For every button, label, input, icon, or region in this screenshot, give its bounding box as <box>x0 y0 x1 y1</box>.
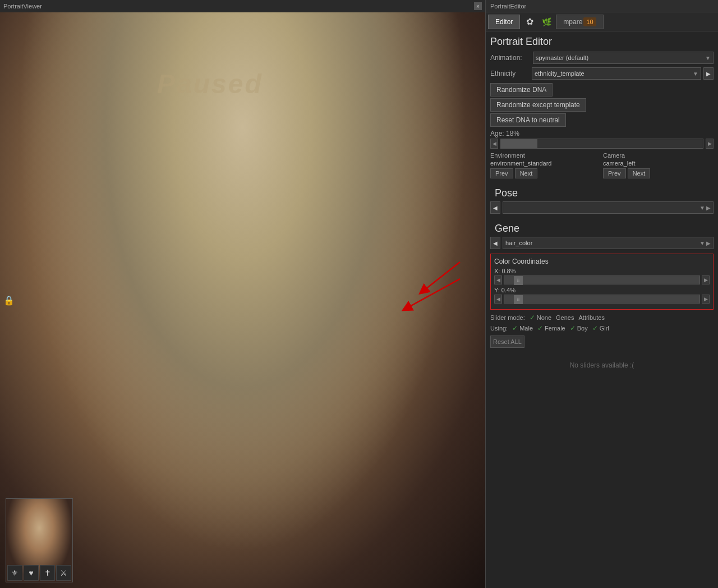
x-right-btn[interactable]: ▶ <box>702 275 710 284</box>
reset-dna-button[interactable]: Reset DNA to neutral <box>490 113 566 127</box>
girl-check[interactable]: ✓ Girl <box>592 324 609 332</box>
tab-compare[interactable]: mpare 10 <box>556 15 603 29</box>
pose-row: ◀ ▼ ▶ <box>490 201 714 214</box>
gene-title: Gene <box>490 218 714 237</box>
tab-editor[interactable]: Editor <box>488 15 520 29</box>
y-slider-thumb: ⠿ <box>514 295 523 304</box>
reset-all-button[interactable]: Reset ALL <box>490 336 524 348</box>
slider-mode-label: Slider mode: <box>490 314 525 321</box>
editor-tabs: Editor ✿ 🌿 mpare 10 <box>486 12 718 31</box>
boy-checkmark: ✓ <box>570 324 576 332</box>
pose-left-btn[interactable]: ◀ <box>490 201 500 214</box>
attributes-check[interactable]: Attributes <box>578 314 604 321</box>
animation-select[interactable]: spymaster (default) ▼ <box>533 52 714 64</box>
env-label: Environment <box>490 152 601 159</box>
age-row: Age: 18% ◀ ▶ <box>486 128 718 150</box>
female-check[interactable]: ✓ Female <box>537 324 565 332</box>
cam-value: camera_left <box>603 160 714 167</box>
badge-cross: ✝ <box>40 565 55 581</box>
right-panel: PortraitEditor Editor ✿ 🌿 mpare 10 Portr… <box>485 0 718 588</box>
badge-crown: ⚜ <box>7 565 22 581</box>
none-checkmark: ✓ <box>530 314 535 321</box>
small-portrait: ⚜ ♥ ✝ ⚔ <box>6 498 73 582</box>
cam-next-btn[interactable]: Next <box>628 168 651 178</box>
cam-prev-btn[interactable]: Prev <box>603 168 626 178</box>
badge-heart: ♥ <box>24 565 39 581</box>
slider-mode-row: Slider mode: ✓ None Genes Attributes <box>486 312 718 323</box>
attributes-label: Attributes <box>578 314 604 321</box>
male-checkmark: ✓ <box>512 324 518 332</box>
title-bar: PortraitViewer × <box>0 0 485 12</box>
pose-title: Pose <box>490 183 714 201</box>
male-check[interactable]: ✓ Male <box>512 324 533 332</box>
env-col: Environment environment_standard Prev Ne… <box>490 152 601 178</box>
genes-label: Genes <box>556 314 574 321</box>
panel-title: PortraitEditor <box>490 3 526 10</box>
age-slider-row: ◀ ▶ <box>490 139 714 149</box>
no-sliders-text: No sliders available :( <box>486 350 718 380</box>
portrait-area: Paused 🔒 ⚜ ♥ ✝ ⚔ <box>0 12 485 588</box>
tab-count: 10 <box>583 17 596 26</box>
y-coord-label: Y: 0.4% <box>494 287 710 293</box>
gene-select[interactable]: hair_color ▼ ▶ <box>503 237 714 249</box>
x-left-btn[interactable]: ◀ <box>494 275 502 284</box>
env-next-btn[interactable]: Next <box>515 168 538 178</box>
boy-label: Boy <box>577 325 588 332</box>
age-left-btn[interactable]: ◀ <box>490 139 498 149</box>
y-left-btn[interactable]: ◀ <box>494 295 502 304</box>
section-title: Portrait Editor <box>486 31 718 50</box>
y-right-btn[interactable]: ▶ <box>702 295 710 304</box>
pose-arrow: ▼ <box>699 205 705 211</box>
pose-right-arrow: ▶ <box>706 205 711 211</box>
gene-select-row: ◀ hair_color ▼ ▶ <box>490 237 714 249</box>
genes-check[interactable]: Genes <box>556 314 574 321</box>
female-label: Female <box>545 325 565 332</box>
cam-col: Camera camera_left Prev Next <box>603 152 714 178</box>
gene-right-arrow: ▶ <box>706 240 711 246</box>
girl-checkmark: ✓ <box>592 324 598 332</box>
small-portrait-badges: ⚜ ♥ ✝ ⚔ <box>6 564 72 582</box>
badge-sword: ⚔ <box>56 565 71 581</box>
env-prev-btn[interactable]: Prev <box>490 168 513 178</box>
cam-label: Camera <box>603 152 714 159</box>
animation-label: Animation: <box>490 54 530 62</box>
ethnicity-row: Ethnicity ethnicity_template ▼ ▶ <box>486 66 718 81</box>
lock-icon[interactable]: 🔒 <box>3 295 15 306</box>
y-slider-row: ◀ ⠿ ▶ <box>494 295 710 304</box>
boy-check[interactable]: ✓ Boy <box>570 324 588 332</box>
env-value: environment_standard <box>490 160 601 167</box>
randomize-dna-button[interactable]: Randomize DNA <box>490 83 553 97</box>
gene-arrow: ▼ <box>699 240 705 246</box>
age-slider-track[interactable] <box>500 139 703 149</box>
ethnicity-label: Ethnicity <box>490 70 530 77</box>
color-coordinates-box: Color Coordinates X: 0.8% ◀ ⠿ ▶ Y: 0.4% … <box>490 254 714 310</box>
gene-left-btn[interactable]: ◀ <box>490 237 500 249</box>
pose-select[interactable]: ▼ ▶ <box>503 201 714 214</box>
x-coord-label: X: 0.8% <box>494 268 710 274</box>
randomize-except-button[interactable]: Randomize except template <box>490 98 586 112</box>
animation-arrow: ▼ <box>705 55 711 61</box>
gene-section: Gene ◀ hair_color ▼ ▶ <box>486 216 718 251</box>
panel-title-bar: PortraitEditor <box>486 0 718 12</box>
none-check[interactable]: ✓ None <box>530 314 551 321</box>
x-slider-track[interactable]: ⠿ <box>504 275 700 284</box>
env-nav-row: Prev Next <box>490 168 601 178</box>
using-label: Using: <box>490 325 508 332</box>
none-label: None <box>537 314 551 321</box>
pose-section: Pose ◀ ▼ ▶ <box>486 181 718 216</box>
env-camera-headers: Environment environment_standard Prev Ne… <box>490 152 714 178</box>
tab-icon-leaf[interactable]: 🌿 <box>539 15 554 29</box>
ethnicity-select[interactable]: ethnicity_template ▼ <box>532 67 701 80</box>
girl-label: Girl <box>600 325 609 332</box>
x-slider-thumb: ⠿ <box>514 276 523 285</box>
tab-icon-flower[interactable]: ✿ <box>522 15 537 29</box>
ethnicity-next-btn[interactable]: ▶ <box>703 67 714 80</box>
close-button[interactable]: × <box>474 2 482 10</box>
cam-nav-row: Prev Next <box>603 168 714 178</box>
male-label: Male <box>519 325 533 332</box>
app-title: PortraitViewer <box>3 3 42 10</box>
y-slider-track[interactable]: ⠿ <box>504 295 700 304</box>
x-slider-row: ◀ ⠿ ▶ <box>494 275 710 284</box>
age-label: Age: 18% <box>490 130 714 137</box>
age-right-btn[interactable]: ▶ <box>706 139 714 149</box>
